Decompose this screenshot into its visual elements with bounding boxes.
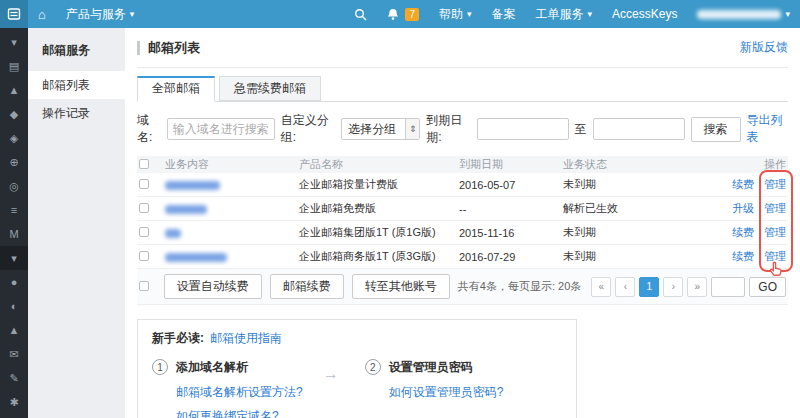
page-number-input[interactable] [711,277,745,297]
tab-all-mailboxes[interactable]: 全部邮箱 [137,76,215,102]
group-select[interactable]: 选择分组 ⇕ [341,118,420,140]
admin-password-link[interactable]: 如何设置管理员密码? [389,384,504,401]
manage-link[interactable]: 管理 [764,177,786,192]
current-page-button[interactable]: 1 [639,277,659,297]
analytics-icon[interactable]: ▲ [0,318,28,342]
accesskeys-link[interactable]: AccessKeys [602,7,687,21]
export-list-link[interactable]: 导出列表 [747,112,788,146]
expire-date-from-input[interactable] [477,118,569,140]
user-icon[interactable]: ● [0,270,28,294]
product-name: 企业邮箱免费版 [299,201,459,216]
products-icon[interactable]: ▤ [0,54,28,78]
domain-redacted [165,181,220,190]
status-text: 未到期 [563,249,708,264]
expire-date-to-input[interactable] [593,118,685,140]
monitor-icon[interactable]: ◎ [0,174,28,198]
next-page-button[interactable]: › [663,277,683,297]
upgrade-link[interactable]: 升级 [732,201,754,216]
status-text: 未到期 [563,225,708,240]
guide-step-1: 1 添加域名解析 邮箱域名解析设置方法? 如何更换绑定域名? [152,359,303,418]
pagination-summary: 共有4条，每页显示: 20条 [458,279,581,294]
mailbox-renew-button[interactable]: 邮箱续费 [270,274,344,299]
renew-link[interactable]: 续费 [732,177,754,192]
mns-icon[interactable]: M [0,222,28,246]
table-row: 企业邮箱按量计费版 2016-05-07 未到期 续费 管理 [137,173,788,197]
network-icon[interactable]: ⊕ [0,150,28,174]
tickets-menu[interactable]: 工单服务 ▾ [526,6,603,23]
renew-link[interactable]: 续费 [732,249,754,264]
sidebar-item-mailbox-list[interactable]: 邮箱列表 [28,71,125,99]
tab-renewal-needed[interactable]: 急需续费邮箱 [219,76,321,101]
sidebar-title: 邮箱服务 [28,28,125,71]
domain-search-input[interactable] [167,118,275,140]
go-button[interactable]: GO [749,277,786,297]
beian-link[interactable]: 备案 [482,6,526,23]
row-checkbox[interactable] [139,251,149,261]
col-header-business: 业务内容 [165,157,299,172]
manage-link[interactable]: 管理 [764,249,786,264]
manage-link[interactable]: 管理 [764,201,786,216]
tab-bar: 全部邮箱 急需续费邮箱 [137,76,788,102]
mail-icon[interactable]: ✉ [0,342,28,366]
expire-date: 2016-05-07 [459,179,563,191]
first-page-button[interactable]: « [591,277,611,297]
transfer-account-button[interactable]: 转至其他账号 [352,274,450,299]
app-frame: ▾ ▤ ▲ ◆ ◈ ⊕ ◎ ≡ M ▾ ● ◐ ▲ ✉ ✎ ✱ 邮箱服务 邮箱列… [0,28,800,418]
product-name: 企业邮箱商务版1T (原3G版) [299,249,459,264]
vpc-icon[interactable]: ◐ [0,294,28,318]
icon-rail: ▾ ▤ ▲ ◆ ◈ ⊕ ◎ ≡ M ▾ ● ◐ ▲ ✉ ✎ ✱ [0,28,28,418]
storage-icon[interactable]: ◆ [0,102,28,126]
search-button[interactable] [344,8,377,21]
row-checkbox[interactable] [139,179,149,189]
product-name: 企业邮箱按量计费版 [299,177,459,192]
product-name: 企业邮箱集团版1T (原1G版) [299,225,459,240]
home-icon: ⌂ [38,8,46,21]
row-checkbox[interactable] [139,227,149,237]
help-menu[interactable]: 帮助 ▾ [429,6,482,23]
pagination: 共有4条，每页显示: 20条 « ‹ 1 › » GO [458,277,786,297]
usage-guide-link[interactable]: 邮箱使用指南 [210,330,282,347]
beian-label: 备案 [492,6,516,23]
account-menu[interactable]: ▾ [687,10,800,19]
status-text: 未到期 [563,177,708,192]
home-button[interactable]: ⌂ [28,0,56,28]
beginner-guide-panel: 新手必读: 邮箱使用指南 1 添加域名解析 邮箱域名解析设置方法? 如何更换绑定… [137,319,577,418]
edit-icon[interactable]: ✎ [0,366,28,390]
chevron-down-icon[interactable]: ▾ [0,30,28,54]
sidebar: 邮箱服务 邮箱列表 操作记录 [28,28,125,418]
logo-icon [7,7,21,21]
dns-setup-link[interactable]: 邮箱域名解析设置方法? [176,384,303,401]
search-button[interactable]: 搜索 [691,117,741,142]
domain-filter-label: 域名: [137,112,161,146]
auto-renew-button[interactable]: 设置自动续费 [164,274,262,299]
server-icon[interactable]: ≡ [0,198,28,222]
prev-page-button[interactable]: ‹ [615,277,635,297]
sidebar-item-operation-log[interactable]: 操作记录 [28,99,125,127]
select-stepper-icon: ⇕ [405,119,419,139]
section-chevron-icon[interactable]: ▾ [0,246,28,270]
expire-date: -- [459,203,563,215]
console-logo[interactable] [0,0,28,28]
mailbox-table: 业务内容 产品名称 到期日期 业务状态 操作 企业邮箱按量计费版 2016-05… [137,156,788,305]
page-header: 邮箱列表 新版反馈 [137,28,788,68]
table-row: 企业邮箱免费版 -- 解析已生效 升级 管理 [137,197,788,221]
chevron-down-icon: ▾ [588,10,593,19]
security-icon[interactable]: ◈ [0,126,28,150]
cdn-icon[interactable]: ▲ [0,78,28,102]
row-checkbox[interactable] [139,203,149,213]
feedback-link[interactable]: 新版反馈 [740,39,788,56]
status-text: 解析已生效 [563,201,708,216]
renew-link[interactable]: 续费 [732,225,754,240]
manage-link[interactable]: 管理 [764,225,786,240]
select-all-checkbox[interactable] [139,159,149,169]
group-select-value: 选择分组 [348,121,396,138]
last-page-button[interactable]: » [687,277,707,297]
bell-icon [387,8,399,21]
batch-select-checkbox[interactable] [139,281,149,291]
col-header-expire: 到期日期 [459,157,563,172]
step-1-number: 1 [152,359,168,375]
products-menu[interactable]: 产品与服务 ▾ [56,0,145,28]
change-domain-link[interactable]: 如何更换绑定域名? [176,408,303,418]
notifications-button[interactable]: 7 [377,8,429,21]
settings-icon[interactable]: ✱ [0,390,28,414]
